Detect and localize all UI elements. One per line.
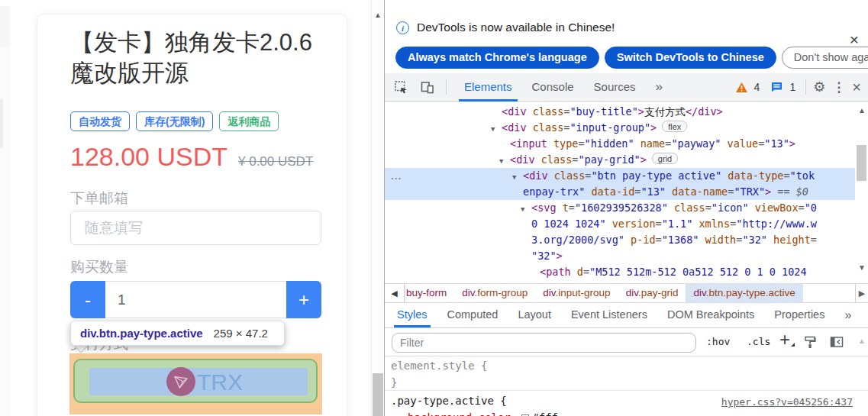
devtools-tabs: Elements Console Sources » [454,73,673,102]
gear-icon[interactable]: ⚙ [813,79,825,95]
rule-divider [385,390,868,391]
tab-event-listeners[interactable]: Event Listeners [571,303,647,327]
more-menu-icon[interactable]: ⋮ [832,79,845,95]
tab-layout[interactable]: Layout [518,303,551,327]
breadcrumb-item[interactable]: div.btn.pay-type.active [686,284,802,302]
dont-show-again-button[interactable]: Don't show again [782,47,868,69]
devtools-panel: i DevTools is now available in Chinese! … [384,0,868,416]
dom-tree-row[interactable]: ▼<svg t="1602939526328" class="icon" vie… [385,200,855,216]
tab-computed[interactable]: Computed [447,303,499,327]
dom-tree-lines: <div class="buy-title">支付方式</div>▼<div c… [385,104,855,280]
element-style-selector[interactable]: element.style [391,360,475,372]
trx-button-label: TRX [197,369,243,395]
sidebar-toggle-icon[interactable] [830,336,844,351]
elements-dom-tree: <div class="buy-title">支付方式</div>▼<div c… [385,102,868,283]
warning-icon[interactable] [736,82,747,92]
toolbar-divider [446,79,447,95]
devtools-close-icon[interactable]: × [852,79,861,96]
quantity-minus-button[interactable]: - [70,281,105,318]
device-toolbar-icon[interactable] [421,81,434,94]
trx-logo-icon [166,367,195,396]
more-tabs-icon[interactable]: » [844,303,851,327]
dom-tree-row[interactable]: ▼<div class="pay-grid">grid [385,152,855,168]
inspect-tooltip: div.btn.pay-type.active 259 × 47.2 [70,321,285,346]
tooltip-selector: div.btn.pay-type.active [80,327,203,340]
devtools-toolbar: Elements Console Sources » 4 1 [385,73,868,102]
breadcrumb-item[interactable]: div.pay-grid [618,284,686,302]
expand-arrow-icon[interactable]: ▼ [521,202,531,216]
colon: : [511,411,517,416]
dom-tree-row[interactable]: 0 1024 1024" version="1.1" xmlns="http:/… [385,216,855,232]
more-tabs-icon[interactable]: » [646,73,673,102]
price-row: 128.00 USDT ¥ 0.00 USDT [70,142,313,172]
breadcrumb: buy-formdiv.form-groupdiv.input-groupdiv… [405,284,855,302]
class-toggle-button[interactable]: .cls [747,336,770,347]
price: 128.00 USDT [70,142,227,172]
open-brace: { [481,360,487,372]
shop-page: 【发卡】独角发卡2.0.6 魔改版开源 自动发货 库存(无限制) 返利商品 12… [0,0,371,416]
switch-devtools-chinese-button[interactable]: Switch DevTools to Chinese [605,47,776,69]
email-field[interactable] [70,211,321,245]
scroll-down-icon[interactable]: ▼ [858,263,866,272]
dom-tree-row[interactable]: "32"> [385,248,855,264]
styles-filter-row: :hov .cls + ▲ [385,328,868,356]
quantity-stepper[interactable] [105,281,288,318]
breadcrumb-item[interactable]: div.input-group [535,284,618,302]
tag-stock: 库存(无限制) [136,111,213,131]
breadcrumb-bar: ◀ buy-formdiv.form-groupdiv.input-groupd… [385,283,868,303]
scroll-up-icon[interactable]: ▲ [374,11,382,19]
css-property-name[interactable]: background-color [408,411,511,416]
breadcrumb-item[interactable]: buy-form [405,284,454,302]
stylesheet-source-link[interactable]: hyper.css?v=045256:437 [721,396,853,408]
expand-arrow-icon[interactable]: ▼ [491,121,502,136]
dom-tree-row[interactable]: <input type="hidden" name="payway" value… [385,136,855,152]
semicolon: ; [558,411,564,416]
dom-row-menu-dots[interactable]: ... [391,168,402,184]
expand-arrow-icon[interactable]: ▼ [499,153,510,168]
new-style-rule-button[interactable]: + [779,329,790,350]
dom-tree-row[interactable]: <div class="buy-title">支付方式</div> [385,104,855,120]
rendering-emulation-icon[interactable] [804,336,817,352]
dom-tree-row[interactable]: ...▼<div class="btn pay-type active" dat… [385,168,855,184]
breadcrumb-scroll-left-icon[interactable]: ◀ [385,284,405,302]
breadcrumb-item[interactable]: div.form-group [454,284,535,302]
styles-pane: element.style { } .pay-type.active { hyp… [385,356,868,416]
dom-tree-row[interactable]: ▼<div class="input-group">flex [385,120,855,136]
open-brace: { [500,395,506,407]
tab-properties[interactable]: Properties [774,303,824,327]
left-edge-shape [0,6,10,47]
dom-tree-row[interactable]: 3.org/2000/svg" p-id="1368" width="32" h… [385,232,855,248]
tab-dom-breakpoints[interactable]: DOM Breakpoints [667,303,754,327]
page-scrollbar-thumb[interactable] [373,373,383,416]
tab-console[interactable]: Console [522,73,584,102]
email-label: 下单邮箱 [70,189,128,208]
tab-styles[interactable]: Styles [397,303,428,327]
expand-arrow-icon[interactable]: ▼ [512,169,523,184]
close-brace: } [391,376,397,389]
hover-state-button[interactable]: :hov [706,336,730,347]
infobar-message: DevTools is now available in Chinese! [417,21,615,34]
quantity-plus-button[interactable]: + [286,281,321,318]
breadcrumb-scroll-right-icon[interactable]: ▶ [855,284,868,302]
css-property-row[interactable]: background-color:#fff; [408,411,564,416]
always-match-language-button[interactable]: Always match Chrome's language [395,47,599,69]
tooltip-dimensions: 259 × 47.2 [214,327,268,340]
left-edge-shape [0,99,3,148]
dom-tree-row[interactable]: <path d="M512 512m-512 0a512 512 0 1 0 1… [385,264,855,280]
page-scrollbar[interactable]: ▲ [371,0,384,416]
original-price: ¥ 0.00 USDT [238,154,313,169]
styles-filter-input[interactable] [392,333,696,353]
info-icon: i [396,21,409,34]
inspect-element-icon[interactable] [395,81,408,94]
css-rule-selector[interactable]: .pay-type.active [391,395,494,407]
tag-auto-delivery: 自动发货 [70,111,130,131]
quantity-input[interactable] [105,282,287,318]
scroll-up-icon[interactable]: ▲ [858,106,866,114]
dom-scrollbar-thumb[interactable] [857,145,866,181]
console-message-icon[interactable] [771,82,782,92]
tab-sources[interactable]: Sources [584,73,646,102]
toolbar-divider [805,79,806,95]
dom-tree-row[interactable]: enpay-trx" data-id="13" data-name="TRX">… [385,184,855,200]
css-property-value[interactable]: #fff [532,411,558,416]
tab-elements[interactable]: Elements [454,73,522,102]
